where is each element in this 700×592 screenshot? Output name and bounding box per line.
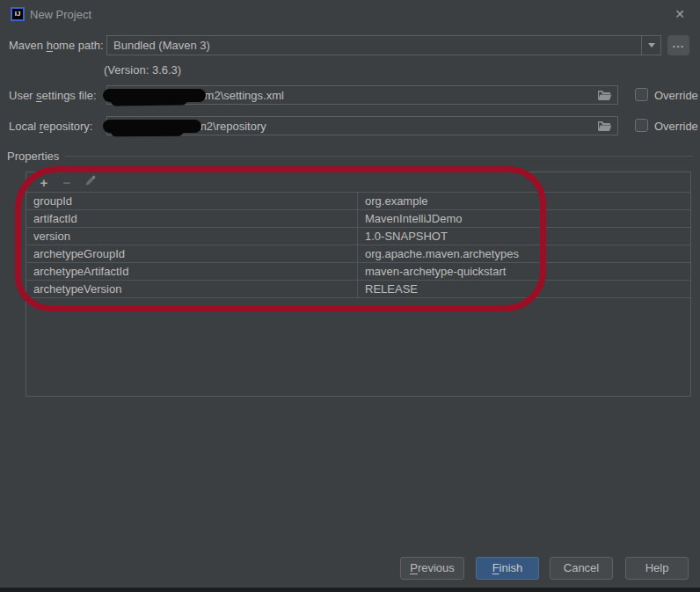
cancel-button[interactable]: Cancel (550, 557, 613, 580)
local-repository-visible-path: m2\repository (197, 120, 266, 133)
property-key: archetypeVersion (26, 281, 357, 297)
edit-icon[interactable] (78, 175, 101, 189)
property-row[interactable]: artifactId MavenIntelliJDemo (26, 210, 690, 228)
help-button[interactable]: Help (625, 557, 689, 580)
property-row[interactable]: archetypeGroupId org.apache.maven.archet… (26, 245, 690, 263)
local-repository-label-post: epository: (43, 120, 92, 133)
user-settings-field[interactable]: .m2\settings.xml (106, 85, 618, 105)
properties-toolbar: + − (26, 172, 690, 193)
property-value: org.example (357, 193, 690, 209)
property-key: archetypeArtifactId (26, 263, 357, 280)
intellij-logo-icon: IJ (11, 7, 25, 21)
folder-icon[interactable] (597, 121, 612, 132)
user-settings-label-pre: User (9, 89, 36, 102)
browse-maven-home-button[interactable]: ... (667, 35, 689, 55)
property-row[interactable]: archetypeArtifactId maven-archetype-quic… (26, 263, 690, 281)
override-local-repository-label: Override (654, 120, 698, 133)
property-value: RELEASE (357, 281, 690, 297)
property-value: MavenIntelliJDemo (357, 210, 690, 227)
chevron-down-icon (648, 43, 655, 48)
new-project-dialog: IJ New Project ✕ Maven home path: Bundle… (0, 0, 700, 592)
property-value: maven-archetype-quickstart (357, 263, 690, 280)
section-divider (65, 156, 693, 157)
property-row[interactable]: archetypeVersion RELEASE (26, 281, 690, 298)
redacted-path-segment (103, 120, 201, 133)
user-settings-visible-path: .m2\settings.xml (201, 89, 284, 102)
window-bottom-edge (0, 588, 700, 592)
maven-home-label-mnemonic: h (47, 39, 53, 52)
dialog-title: New Project (30, 8, 91, 21)
previous-button[interactable]: Previous (400, 557, 464, 580)
property-key: groupId (26, 193, 357, 209)
override-local-repository-checkbox[interactable] (635, 119, 648, 132)
property-key: archetypeGroupId (26, 245, 357, 262)
maven-home-label: Maven home path: (9, 39, 104, 52)
previous-label-post: revious (418, 561, 455, 574)
local-repository-label-pre: Local (9, 120, 40, 133)
maven-home-label-post: ome path: (53, 39, 104, 52)
finish-label-post: inish (499, 561, 523, 574)
override-user-settings-label: Override (654, 89, 698, 102)
folder-icon[interactable] (597, 90, 612, 101)
property-row[interactable]: version 1.0-SNAPSHOT (26, 228, 690, 245)
property-value: org.apache.maven.archetypes (357, 245, 690, 262)
user-settings-label: User settings file: (9, 89, 97, 102)
redacted-path-segment (103, 89, 206, 102)
combobox-arrow-button[interactable] (641, 36, 660, 55)
property-key: artifactId (26, 210, 357, 227)
add-icon[interactable]: + (33, 176, 55, 189)
property-row[interactable]: groupId org.example (26, 193, 690, 210)
user-settings-label-post: ettings file: (42, 89, 97, 102)
local-repository-label: Local repository: (9, 120, 92, 133)
maven-version-note: (Version: 3.6.3) (104, 63, 181, 77)
maven-home-label-pre: Maven (9, 39, 47, 52)
finish-button[interactable]: Finish (476, 557, 539, 580)
override-user-settings-checkbox[interactable] (635, 88, 648, 101)
properties-table: + − groupId org.example artifactId Maven… (26, 172, 691, 397)
close-icon[interactable]: ✕ (671, 5, 689, 23)
maven-home-combobox[interactable]: Bundled (Maven 3) (106, 35, 661, 55)
property-value: 1.0-SNAPSHOT (357, 228, 690, 245)
finish-label-mnemonic: F (492, 561, 499, 574)
maven-home-value: Bundled (Maven 3) (107, 39, 641, 52)
remove-icon[interactable]: − (55, 176, 78, 189)
properties-section-label: Properties (7, 150, 59, 163)
local-repository-field[interactable]: m2\repository (106, 116, 618, 135)
previous-label-mnemonic: P (410, 561, 418, 574)
property-key: version (26, 228, 357, 245)
